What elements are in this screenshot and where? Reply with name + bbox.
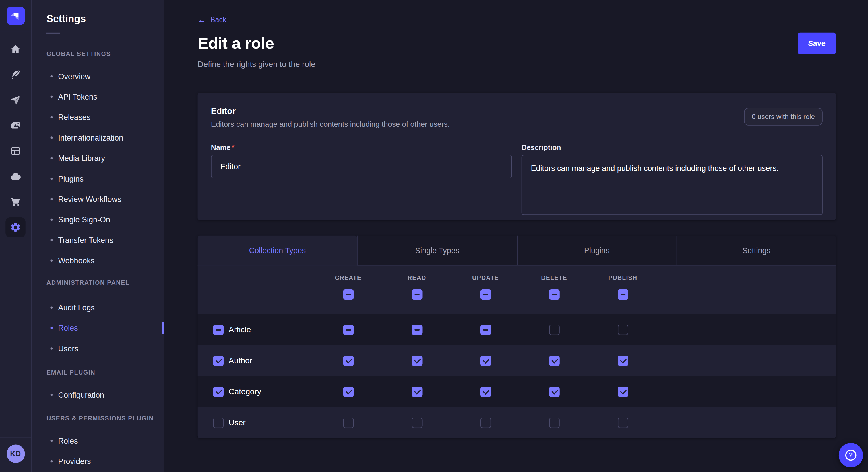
category-update-checkbox[interactable]: [480, 386, 491, 397]
category-create-checkbox[interactable]: [343, 386, 353, 397]
bullet-icon: [50, 75, 53, 77]
bullet-icon: [50, 239, 53, 241]
author-delete-checkbox[interactable]: [549, 355, 559, 366]
article-create-checkbox[interactable]: [343, 324, 353, 335]
sidebar-item-audit-logs[interactable]: Audit Logs: [32, 297, 164, 317]
sidebar-item-label: Audit Logs: [58, 303, 95, 312]
category-read-checkbox[interactable]: [412, 386, 422, 397]
sidebar-item-plugins[interactable]: Plugins: [32, 168, 164, 189]
sidebar-item-releases[interactable]: Releases: [32, 107, 164, 127]
user-read-checkbox[interactable]: [412, 417, 422, 428]
bullet-icon: [50, 116, 53, 118]
sidebar-item-media-library[interactable]: Media Library: [32, 148, 164, 168]
user-update-checkbox[interactable]: [480, 417, 491, 428]
settings-sidebar: Settings GLOBAL SETTINGS Overview API To…: [32, 0, 164, 472]
bullet-icon: [50, 306, 53, 308]
article-publish-checkbox[interactable]: [617, 324, 628, 335]
user-publish-checkbox[interactable]: [617, 417, 628, 428]
author-update-checkbox[interactable]: [480, 355, 491, 366]
select-all-create-checkbox[interactable]: [343, 289, 353, 300]
rail-settings-button[interactable]: [5, 217, 25, 237]
sidebar-item-api-tokens[interactable]: API Tokens: [32, 86, 164, 107]
sidebar-item-single-sign-on[interactable]: Single Sign-On: [32, 209, 164, 229]
article-read-checkbox[interactable]: [412, 324, 422, 335]
sidebar-item-providers[interactable]: Providers: [32, 451, 164, 471]
select-all-delete-checkbox[interactable]: [549, 289, 559, 300]
app-window: KD Settings GLOBAL SETTINGS Overview API…: [0, 0, 868, 472]
gear-icon: [10, 222, 21, 233]
save-button[interactable]: Save: [798, 33, 836, 54]
rail-media-library-button[interactable]: [5, 115, 25, 135]
user-create-checkbox[interactable]: [343, 417, 353, 428]
strapi-logo[interactable]: [6, 7, 25, 25]
rail-content-manager-button[interactable]: [5, 65, 25, 85]
column-header-create: CREATE: [314, 274, 382, 281]
user-delete-checkbox[interactable]: [549, 417, 559, 428]
layout-icon: [10, 145, 21, 157]
user-row-checkbox[interactable]: [213, 417, 224, 428]
tab-single-types[interactable]: Single Types: [357, 236, 517, 265]
strapi-logo-icon: [9, 9, 22, 22]
tab-collection-types[interactable]: Collection Types: [197, 236, 357, 265]
rail-deploy-button[interactable]: [5, 166, 25, 186]
main-content: ← Back Edit a role Save Define the right…: [165, 0, 868, 472]
author-create-checkbox[interactable]: [343, 355, 353, 366]
permissions-tabs: Collection Types Single Types Plugins Se…: [197, 236, 836, 266]
sidebar-item-overview[interactable]: Overview: [32, 66, 164, 86]
rail-content-type-builder-button[interactable]: [5, 141, 25, 161]
bullet-icon: [50, 394, 53, 396]
sidebar-item-transfer-tokens[interactable]: Transfer Tokens: [32, 229, 164, 250]
bullet-icon: [50, 259, 53, 262]
sidebar-item-internationalization[interactable]: Internationalization: [32, 127, 164, 148]
select-all-read-checkbox[interactable]: [412, 289, 422, 300]
help-button[interactable]: ?: [839, 443, 863, 467]
home-icon: [10, 43, 21, 55]
author-row-checkbox[interactable]: [213, 355, 224, 366]
article-delete-checkbox[interactable]: [549, 324, 559, 335]
column-header-read: READ: [383, 274, 451, 281]
bullet-icon: [50, 460, 53, 462]
rail-releases-button[interactable]: [5, 90, 25, 110]
author-publish-checkbox[interactable]: [617, 355, 628, 366]
tab-settings[interactable]: Settings: [676, 236, 836, 265]
section-label: GLOBAL SETTINGS: [46, 50, 164, 57]
category-delete-checkbox[interactable]: [549, 386, 559, 397]
paper-plane-icon: [10, 95, 21, 106]
article-update-checkbox[interactable]: [480, 324, 491, 335]
role-name-heading: Editor: [211, 106, 823, 116]
avatar[interactable]: KD: [6, 445, 25, 463]
sidebar-section-administration-panel: ADMINISTRATION PANEL Audit Logs Roles Us…: [32, 279, 164, 359]
name-input[interactable]: [211, 155, 512, 178]
rail-home-button[interactable]: [5, 39, 25, 59]
sidebar-item-label: Plugins: [58, 174, 84, 183]
category-publish-checkbox[interactable]: [617, 386, 628, 397]
bullet-icon: [50, 198, 53, 200]
category-row-checkbox[interactable]: [213, 386, 224, 397]
rail-marketplace-button[interactable]: [5, 192, 25, 212]
row-label: User: [228, 418, 245, 427]
description-input[interactable]: Editors can manage and publish contents …: [522, 155, 823, 215]
sidebar-item-label: Single Sign-On: [58, 215, 110, 224]
sidebar-item-roles-admin[interactable]: Roles: [32, 317, 164, 338]
bullet-icon: [50, 177, 53, 179]
article-row-checkbox[interactable]: [213, 324, 224, 335]
sidebar-item-roles-up[interactable]: Roles: [32, 430, 164, 450]
page-title: Edit a role: [197, 34, 274, 52]
sidebar-item-configuration[interactable]: Configuration: [32, 384, 164, 405]
sidebar-item-webhooks[interactable]: Webhooks: [32, 250, 164, 270]
table-row-article: Article: [197, 314, 836, 345]
back-link[interactable]: ← Back: [197, 15, 226, 24]
author-read-checkbox[interactable]: [412, 355, 422, 366]
description-label: Description: [522, 143, 823, 151]
select-all-update-checkbox[interactable]: [480, 289, 491, 300]
section-label: ADMINISTRATION PANEL: [46, 279, 164, 286]
tab-plugins[interactable]: Plugins: [517, 236, 676, 265]
sidebar-item-review-workflows[interactable]: Review Workflows: [32, 189, 164, 209]
name-field-group: Name*: [211, 143, 512, 217]
sidebar-item-label: Overview: [58, 72, 90, 80]
sidebar-item-users[interactable]: Users: [32, 338, 164, 358]
select-all-publish-checkbox[interactable]: [617, 289, 628, 300]
bullet-icon: [50, 157, 53, 159]
bullet-icon: [50, 136, 53, 138]
role-description-text: Editors can manage and publish contents …: [211, 120, 823, 128]
